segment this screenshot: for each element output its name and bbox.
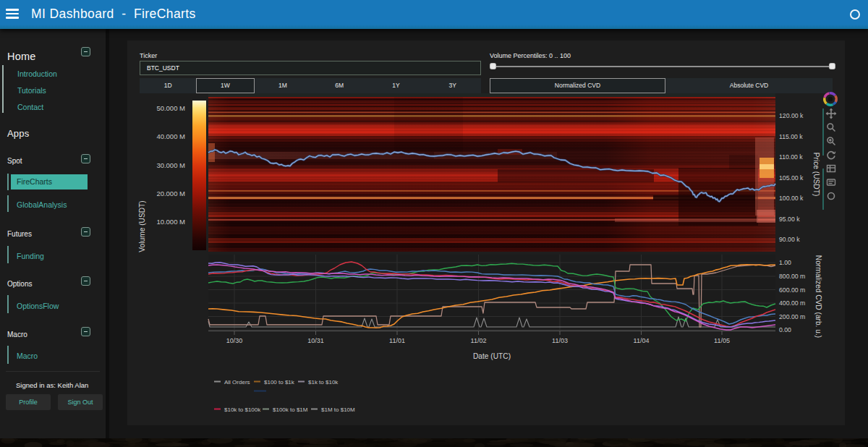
svg-text:400.00 m: 400.00 m <box>779 299 805 307</box>
svg-text:Date (UTC): Date (UTC) <box>473 352 511 360</box>
svg-text:All Orders: All Orders <box>224 379 250 386</box>
svg-text:20.000 M: 20.000 M <box>156 190 185 197</box>
svg-text:50.000 M: 50.000 M <box>156 104 185 112</box>
svg-text:110.00 k: 110.00 k <box>779 153 803 161</box>
svg-text:100.00 k: 100.00 k <box>779 195 804 202</box>
svg-text:Volume (USDT): Volume (USDT) <box>138 200 146 252</box>
svg-text:40.000 M: 40.000 M <box>156 132 185 140</box>
svg-text:11/02: 11/02 <box>471 337 487 344</box>
svg-text:0.00: 0.00 <box>779 326 791 333</box>
svg-text:$1M to $10M: $1M to $10M <box>321 406 355 413</box>
svg-text:1.00: 1.00 <box>779 259 791 266</box>
svg-text:120.00 k: 120.00 k <box>779 112 804 119</box>
svg-text:$100k to $1M: $100k to $1M <box>273 406 308 413</box>
svg-text:10.000 M: 10.000 M <box>156 218 185 226</box>
svg-text:Price (USDT): Price (USDT) <box>812 153 820 197</box>
svg-text:800.00 m: 800.00 m <box>779 273 805 280</box>
svg-text:10/31: 10/31 <box>307 337 324 344</box>
svg-text:95.00 k: 95.00 k <box>779 216 800 223</box>
svg-text:30.000 M: 30.000 M <box>156 161 185 169</box>
svg-text:600.00 m: 600.00 m <box>779 286 805 294</box>
svg-text:90.00 k: 90.00 k <box>779 236 800 243</box>
svg-text:11/03: 11/03 <box>552 337 568 344</box>
svg-text:Normalized CVD (arb. u.): Normalized CVD (arb. u.) <box>814 255 822 338</box>
svg-text:10/30: 10/30 <box>226 337 243 344</box>
svg-text:105.00 k: 105.00 k <box>779 174 804 182</box>
svg-text:115.00 k: 115.00 k <box>779 133 803 140</box>
svg-text:11/05: 11/05 <box>714 337 730 344</box>
svg-text:11/01: 11/01 <box>389 337 405 344</box>
svg-text:200.00 m: 200.00 m <box>779 313 805 320</box>
svg-text:11/04: 11/04 <box>634 337 650 344</box>
svg-text:$100 to $1k: $100 to $1k <box>264 379 295 386</box>
svg-text:$10k to $100k: $10k to $100k <box>224 406 261 413</box>
svg-text:$1k to $10k: $1k to $10k <box>308 379 339 386</box>
